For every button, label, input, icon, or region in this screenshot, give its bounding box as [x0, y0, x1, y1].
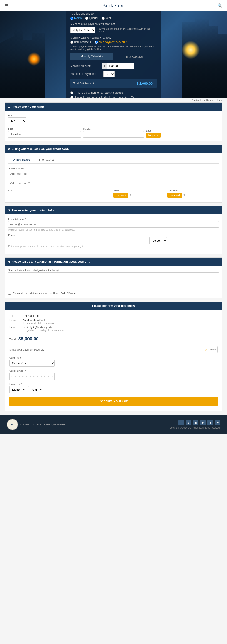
- payment-schedule[interactable]: on a payment schedule: [95, 40, 127, 44]
- instructions-textarea[interactable]: [8, 272, 219, 288]
- last-name-label: Last *: [146, 129, 219, 132]
- footer-seal-inner: UC: [11, 424, 14, 426]
- option-match-radio[interactable]: [70, 96, 73, 98]
- payment-cancel-radio[interactable]: [70, 41, 73, 44]
- pledge-month[interactable]: Month: [70, 16, 82, 20]
- city-state-zip-row: City * State * Required ▼ Zip Code * Req…: [8, 189, 219, 199]
- social-twitter-icon[interactable]: t: [186, 420, 191, 426]
- card-type-select[interactable]: Select One Visa Mastercard American Expr…: [9, 360, 55, 367]
- payments-select[interactable]: 10 5 15 20: [103, 71, 115, 77]
- monthly-amount-input-group: $: [102, 63, 134, 69]
- option-match[interactable]: I work for a company that will match my …: [70, 96, 157, 98]
- city-label: City *: [8, 189, 111, 192]
- tab-monthly-calculator[interactable]: Monthly Calculator: [70, 53, 114, 60]
- street-label: Street Address *: [8, 167, 219, 170]
- confirm-to-value: The Cal Fund: [23, 314, 40, 318]
- dollar-sign: $: [102, 63, 107, 69]
- card-type-row: Card Type * Select One Visa Mastercard A…: [9, 356, 218, 367]
- honor-roll-checkbox[interactable]: [8, 292, 11, 294]
- section-additional: 4. Please tell us any additional informa…: [5, 257, 222, 298]
- middle-name-label: Middle: [83, 128, 144, 130]
- footer-school-name: UNIVERSITY OF CALIFORNIA, BERKELEY: [21, 423, 65, 426]
- last-name-group: Last * Required: [146, 129, 219, 138]
- confirm-from-value-group: Mr. Jonathan Smith In memorial of James …: [23, 318, 56, 324]
- norton-label: Norton: [209, 348, 216, 351]
- state-group: State * Required ▼: [114, 189, 165, 199]
- tab-total-calculator[interactable]: Total Calculator: [114, 53, 157, 60]
- pledge-year-radio[interactable]: [102, 17, 105, 20]
- zip-required[interactable]: Required: [167, 192, 182, 198]
- section-additional-header: 4. Please tell us any additional informa…: [5, 258, 222, 266]
- pledge-quarter[interactable]: Quarter: [85, 16, 98, 20]
- confirm-from-key: From:: [9, 318, 23, 324]
- tab-united-states[interactable]: United States: [8, 156, 35, 164]
- pledge-year[interactable]: Year: [102, 16, 111, 20]
- confirm-email-sub: a digital receipt will go to this addres…: [23, 329, 64, 332]
- monthly-amount-row: Monthly Amount: $: [70, 63, 157, 69]
- expiry-year-select[interactable]: Year 2014201520162017 201820192020: [28, 386, 43, 393]
- option-existing-pledge-radio[interactable]: [70, 92, 73, 94]
- instructions-group: Special Instructions or designations for…: [8, 269, 219, 289]
- confirm-gift-button[interactable]: Confirm Your Gift: [9, 396, 218, 406]
- email-input[interactable]: [8, 221, 219, 228]
- expiry-month-select[interactable]: Month 01020304 05060708 09101112: [9, 386, 26, 393]
- street-address-1-input[interactable]: [8, 170, 219, 177]
- hero-content: Thank you for supporting the Haas School…: [0, 11, 227, 98]
- social-googleplus-icon[interactable]: g+: [200, 420, 206, 426]
- search-icon[interactable]: 🔍: [217, 3, 222, 8]
- social-pinterest-icon[interactable]: ◆: [207, 420, 213, 426]
- footer: UC UNIVERSITY OF CALIFORNIA, BERKELEY f …: [0, 416, 227, 434]
- confirm-total-value: $5,000.00: [18, 336, 39, 341]
- confirm-from-row: From: Mr. Jonathan Smith In memorial of …: [9, 318, 218, 324]
- city-input[interactable]: [8, 192, 111, 199]
- social-linkedin-icon[interactable]: in: [193, 420, 198, 426]
- instructions-label: Special Instructions or designations for…: [8, 269, 219, 272]
- pledge-quarter-radio[interactable]: [85, 17, 88, 20]
- social-email-icon[interactable]: ✉: [215, 420, 220, 426]
- monthly-amount-input[interactable]: [107, 63, 134, 69]
- middle-name-input[interactable]: [83, 131, 144, 138]
- confirm-total: Total: $5,000.00: [9, 336, 218, 342]
- phone-type-select[interactable]: Select Mobile Home Work: [149, 237, 167, 244]
- confirm-total-label: Total:: [9, 338, 17, 341]
- street-address-2-input[interactable]: [8, 180, 219, 186]
- email-hint: A digital receipt of your gift will be s…: [8, 228, 219, 231]
- social-facebook-icon[interactable]: f: [178, 420, 184, 426]
- payment-schedule-link: on a payment schedule: [99, 40, 127, 44]
- street-address-group: Street Address *: [8, 167, 219, 177]
- section-contact-body: Email Address * A digital receipt of you…: [5, 214, 222, 254]
- pledge-month-radio[interactable]: [70, 17, 73, 20]
- first-name-input[interactable]: [8, 131, 81, 138]
- start-date-select[interactable]: July 15, 2014: [70, 27, 95, 33]
- phone-number-group: [8, 238, 147, 244]
- phone-input[interactable]: [8, 238, 147, 244]
- hamburger-icon[interactable]: ☰: [5, 3, 8, 8]
- payment-secure-row: Make your payment securely. ✓ Norton: [9, 346, 218, 353]
- expiry-label: Expiration *: [9, 383, 43, 386]
- tab-international[interactable]: International: [35, 156, 59, 164]
- payment-section: Monthly payment will be charged: until I…: [70, 36, 157, 50]
- total-value: $ 1,000.00: [135, 81, 154, 86]
- section-additional-body: Special Instructions or designations for…: [5, 266, 222, 298]
- confirm-email-key: Email:: [9, 326, 23, 332]
- state-label: State *: [114, 189, 165, 192]
- payment-schedule-radio[interactable]: [95, 41, 98, 44]
- expiry-row: Expiration * Month 01020304 05060708 091…: [9, 383, 218, 393]
- pledge-label: I pledge one gift per:: [70, 12, 157, 15]
- phone-type-group: Select Mobile Home Work: [149, 237, 219, 244]
- payment-secure-text: Make your payment securely.: [9, 348, 45, 351]
- name-row: First ✓ Middle Last * Required: [8, 127, 219, 138]
- last-name-required[interactable]: Required: [146, 133, 161, 138]
- donation-card: Support Today Ongoing Support I pledge o…: [66, 11, 161, 98]
- card-number-input[interactable]: [9, 373, 55, 380]
- phone-group: Phone Select Mobile Home Work Enter your…: [8, 234, 219, 248]
- payment-cancel[interactable]: until I cancel it: [70, 40, 92, 44]
- hero-section: Thank you for supporting the Haas School…: [0, 11, 227, 98]
- total-row: Total Gift Amount: $ 1,000.00: [70, 79, 157, 88]
- first-name-group: First ✓: [8, 127, 81, 138]
- pledge-options: Month Quarter Year: [70, 16, 157, 20]
- option-existing-pledge[interactable]: This is a payment on an existing pledge.: [70, 91, 157, 94]
- state-required[interactable]: Required: [114, 192, 128, 198]
- pledge-section: I pledge one gift per: Month Quarter Yea…: [70, 12, 157, 20]
- prefix-select[interactable]: Mr. Mrs. Ms. Dr. Prof.: [8, 118, 26, 124]
